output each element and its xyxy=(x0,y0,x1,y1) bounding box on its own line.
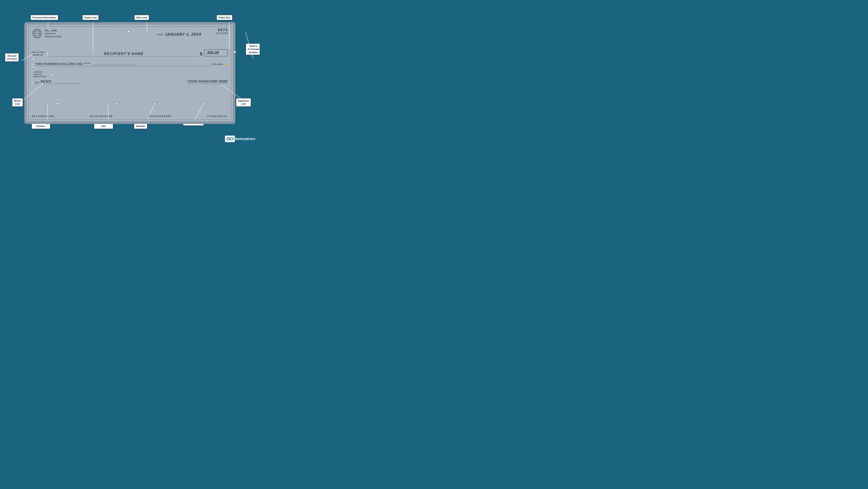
logo-go: GO xyxy=(225,136,235,142)
amount-of-check-label: Amount of Check xyxy=(5,53,19,62)
for-label: FOR xyxy=(35,82,39,84)
amount-dot xyxy=(220,52,222,54)
logo: GO BankingRates xyxy=(225,136,255,142)
written-fraction: 00/100 xyxy=(84,62,90,64)
bank-info-section: Bank Name 123 First St. AnyCity, US 1010… xyxy=(32,71,46,78)
lock-icon: 🔒 xyxy=(224,63,228,66)
personal-info-text: JOHN DOE 123 First St. AnyCity, US 10101 xyxy=(45,29,62,38)
micr-check: ⑇7890⑇5673⑇ xyxy=(207,115,228,118)
written-amount-text: TWO HUNDRED DOLLARS AND 00/100 xyxy=(35,62,210,66)
banks-fractional-number-label: Bank's Fractional Number xyxy=(246,43,259,55)
bank-info-text: Bank Name 123 First St. AnyCity, US 1010… xyxy=(32,71,46,78)
micr-bank-contact: ⑆1234567890⑆ xyxy=(90,115,113,118)
micr-routing: ⑆1234567890⑆ xyxy=(32,115,54,118)
check-wrapper: 5673 19-2/1250 JOHN DOE 123 First St. An… xyxy=(26,24,234,122)
amount-box: 200.00 xyxy=(204,49,228,57)
memo-text: MEMO xyxy=(41,79,80,84)
written-amount-section: TWO HUNDRED DOLLARS AND 00/100 DOLLARS 🔒 xyxy=(32,62,228,66)
dollars-label: DOLLARS xyxy=(212,63,223,65)
check-number-main: 5673 xyxy=(216,28,228,32)
written-line xyxy=(93,65,136,65)
signature-line-label: Signature Line xyxy=(236,98,251,107)
check-number-fractional: 19-2/1250 xyxy=(216,32,228,35)
dollar-sign: $ xyxy=(200,52,202,57)
amount-value: 200.00 xyxy=(207,51,219,55)
written-amount-dot xyxy=(32,63,34,65)
memo-dot xyxy=(32,82,34,84)
payee-name: RECIPIENT'S NAME xyxy=(49,52,198,57)
check-number-box: 5673 19-2/1250 xyxy=(216,28,228,35)
personal-information-label: Personal Information xyxy=(30,15,58,20)
memo-line-label: Memo Line xyxy=(12,98,23,107)
payee-dot xyxy=(46,55,48,57)
date-line-label: Date Line xyxy=(134,15,149,20)
personal-info-section: JOHN DOE 123 First St. AnyCity, US 10101 xyxy=(32,28,62,39)
date-value: JANUARY 1, 20XX xyxy=(165,32,202,37)
check: 5673 19-2/1250 JOHN DOE 123 First St. An… xyxy=(26,24,234,122)
globe-icon xyxy=(32,28,42,39)
pay-label: PAY TO THEORDER OF xyxy=(32,51,44,57)
date-label: DATE xyxy=(157,34,163,36)
svg-point-15 xyxy=(234,51,236,53)
memo-side: FOR MEMO xyxy=(32,79,80,84)
memo-sig-section: FOR MEMO YOUR SIGNATURE HERE xyxy=(32,79,228,84)
bank-info-dot xyxy=(32,71,33,72)
micr-section: ⑆1234567890⑆ ⑆1234567890⑆ ⑆1234567890⑆ ⑇… xyxy=(32,115,228,118)
logo-banking-rates: BankingRates xyxy=(235,137,255,140)
dollar-box-label: Dollar Box xyxy=(216,15,232,20)
personal-address2: AnyCity, US 10101 xyxy=(45,35,62,38)
personal-address1: 123 First St. xyxy=(45,32,62,35)
signature-text: YOUR SIGNATURE HERE xyxy=(187,79,228,84)
pay-section: PAY TO THEORDER OF RECIPIENT'S NAME $ 20… xyxy=(32,49,228,57)
payee-line-label: Payee Line xyxy=(82,15,99,20)
date-section: DATE JANUARY 1, 20XX xyxy=(157,32,202,37)
personal-name: JOHN DOE xyxy=(45,29,62,32)
micr-account: ⑆1234567890⑆ xyxy=(149,115,171,118)
